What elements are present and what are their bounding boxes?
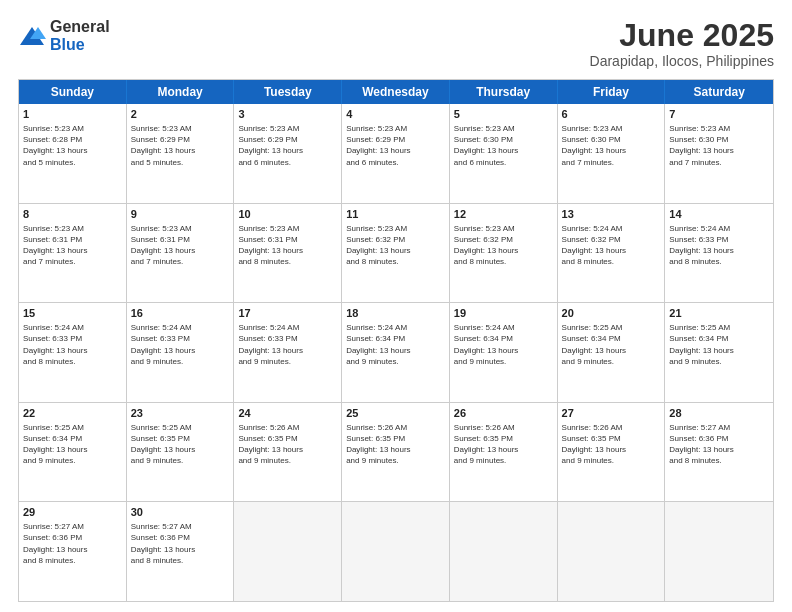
logo-general: General [50, 18, 110, 35]
day-info: Sunrise: 5:27 AM Sunset: 6:36 PM Dayligh… [131, 521, 230, 566]
day-number: 19 [454, 306, 553, 321]
day-info: Sunrise: 5:23 AM Sunset: 6:32 PM Dayligh… [346, 223, 445, 268]
header-friday: Friday [558, 80, 666, 104]
table-row: 7Sunrise: 5:23 AM Sunset: 6:30 PM Daylig… [665, 104, 773, 203]
day-number: 16 [131, 306, 230, 321]
day-number: 5 [454, 107, 553, 122]
table-row: 28Sunrise: 5:27 AM Sunset: 6:36 PM Dayli… [665, 403, 773, 502]
day-info: Sunrise: 5:27 AM Sunset: 6:36 PM Dayligh… [669, 422, 769, 467]
day-info: Sunrise: 5:23 AM Sunset: 6:30 PM Dayligh… [669, 123, 769, 168]
day-info: Sunrise: 5:24 AM Sunset: 6:33 PM Dayligh… [23, 322, 122, 367]
table-row: 30Sunrise: 5:27 AM Sunset: 6:36 PM Dayli… [127, 502, 235, 601]
table-row [342, 502, 450, 601]
day-info: Sunrise: 5:25 AM Sunset: 6:34 PM Dayligh… [23, 422, 122, 467]
day-number: 4 [346, 107, 445, 122]
table-row: 8Sunrise: 5:23 AM Sunset: 6:31 PM Daylig… [19, 204, 127, 303]
table-row: 22Sunrise: 5:25 AM Sunset: 6:34 PM Dayli… [19, 403, 127, 502]
day-number: 17 [238, 306, 337, 321]
day-info: Sunrise: 5:25 AM Sunset: 6:35 PM Dayligh… [131, 422, 230, 467]
table-row: 20Sunrise: 5:25 AM Sunset: 6:34 PM Dayli… [558, 303, 666, 402]
table-row: 26Sunrise: 5:26 AM Sunset: 6:35 PM Dayli… [450, 403, 558, 502]
table-row: 27Sunrise: 5:26 AM Sunset: 6:35 PM Dayli… [558, 403, 666, 502]
table-row: 25Sunrise: 5:26 AM Sunset: 6:35 PM Dayli… [342, 403, 450, 502]
day-info: Sunrise: 5:23 AM Sunset: 6:29 PM Dayligh… [346, 123, 445, 168]
day-info: Sunrise: 5:24 AM Sunset: 6:34 PM Dayligh… [346, 322, 445, 367]
day-number: 11 [346, 207, 445, 222]
table-row: 21Sunrise: 5:25 AM Sunset: 6:34 PM Dayli… [665, 303, 773, 402]
header-saturday: Saturday [665, 80, 773, 104]
calendar-row: 29Sunrise: 5:27 AM Sunset: 6:36 PM Dayli… [19, 502, 773, 601]
day-number: 13 [562, 207, 661, 222]
table-row: 18Sunrise: 5:24 AM Sunset: 6:34 PM Dayli… [342, 303, 450, 402]
day-number: 21 [669, 306, 769, 321]
day-number: 14 [669, 207, 769, 222]
calendar-row: 1Sunrise: 5:23 AM Sunset: 6:28 PM Daylig… [19, 104, 773, 204]
day-number: 24 [238, 406, 337, 421]
table-row: 11Sunrise: 5:23 AM Sunset: 6:32 PM Dayli… [342, 204, 450, 303]
table-row: 17Sunrise: 5:24 AM Sunset: 6:33 PM Dayli… [234, 303, 342, 402]
day-number: 23 [131, 406, 230, 421]
header-sunday: Sunday [19, 80, 127, 104]
calendar-header: Sunday Monday Tuesday Wednesday Thursday… [19, 80, 773, 104]
day-number: 10 [238, 207, 337, 222]
table-row: 5Sunrise: 5:23 AM Sunset: 6:30 PM Daylig… [450, 104, 558, 203]
day-info: Sunrise: 5:23 AM Sunset: 6:31 PM Dayligh… [238, 223, 337, 268]
header-tuesday: Tuesday [234, 80, 342, 104]
day-number: 29 [23, 505, 122, 520]
day-info: Sunrise: 5:24 AM Sunset: 6:33 PM Dayligh… [131, 322, 230, 367]
calendar: Sunday Monday Tuesday Wednesday Thursday… [18, 79, 774, 602]
table-row: 12Sunrise: 5:23 AM Sunset: 6:32 PM Dayli… [450, 204, 558, 303]
title-block: June 2025 Darapidap, Ilocos, Philippines [590, 18, 774, 69]
day-info: Sunrise: 5:24 AM Sunset: 6:34 PM Dayligh… [454, 322, 553, 367]
day-number: 26 [454, 406, 553, 421]
table-row: 23Sunrise: 5:25 AM Sunset: 6:35 PM Dayli… [127, 403, 235, 502]
day-number: 9 [131, 207, 230, 222]
header: General Blue June 2025 Darapidap, Ilocos… [18, 18, 774, 69]
table-row [234, 502, 342, 601]
table-row: 19Sunrise: 5:24 AM Sunset: 6:34 PM Dayli… [450, 303, 558, 402]
calendar-body: 1Sunrise: 5:23 AM Sunset: 6:28 PM Daylig… [19, 104, 773, 601]
table-row [665, 502, 773, 601]
day-number: 2 [131, 107, 230, 122]
table-row: 29Sunrise: 5:27 AM Sunset: 6:36 PM Dayli… [19, 502, 127, 601]
table-row: 2Sunrise: 5:23 AM Sunset: 6:29 PM Daylig… [127, 104, 235, 203]
table-row: 15Sunrise: 5:24 AM Sunset: 6:33 PM Dayli… [19, 303, 127, 402]
day-info: Sunrise: 5:23 AM Sunset: 6:30 PM Dayligh… [562, 123, 661, 168]
day-info: Sunrise: 5:26 AM Sunset: 6:35 PM Dayligh… [238, 422, 337, 467]
day-number: 12 [454, 207, 553, 222]
logo-icon [18, 25, 46, 47]
day-info: Sunrise: 5:23 AM Sunset: 6:28 PM Dayligh… [23, 123, 122, 168]
header-monday: Monday [127, 80, 235, 104]
table-row: 3Sunrise: 5:23 AM Sunset: 6:29 PM Daylig… [234, 104, 342, 203]
day-number: 7 [669, 107, 769, 122]
day-info: Sunrise: 5:24 AM Sunset: 6:32 PM Dayligh… [562, 223, 661, 268]
month-title: June 2025 [590, 18, 774, 53]
day-number: 27 [562, 406, 661, 421]
day-info: Sunrise: 5:23 AM Sunset: 6:32 PM Dayligh… [454, 223, 553, 268]
table-row [558, 502, 666, 601]
day-number: 1 [23, 107, 122, 122]
table-row: 1Sunrise: 5:23 AM Sunset: 6:28 PM Daylig… [19, 104, 127, 203]
day-number: 25 [346, 406, 445, 421]
table-row: 9Sunrise: 5:23 AM Sunset: 6:31 PM Daylig… [127, 204, 235, 303]
day-info: Sunrise: 5:23 AM Sunset: 6:31 PM Dayligh… [131, 223, 230, 268]
logo-text: General Blue [50, 18, 110, 54]
day-number: 30 [131, 505, 230, 520]
header-thursday: Thursday [450, 80, 558, 104]
day-info: Sunrise: 5:23 AM Sunset: 6:31 PM Dayligh… [23, 223, 122, 268]
table-row [450, 502, 558, 601]
table-row: 6Sunrise: 5:23 AM Sunset: 6:30 PM Daylig… [558, 104, 666, 203]
table-row: 4Sunrise: 5:23 AM Sunset: 6:29 PM Daylig… [342, 104, 450, 203]
calendar-row: 8Sunrise: 5:23 AM Sunset: 6:31 PM Daylig… [19, 204, 773, 304]
day-info: Sunrise: 5:27 AM Sunset: 6:36 PM Dayligh… [23, 521, 122, 566]
day-info: Sunrise: 5:23 AM Sunset: 6:29 PM Dayligh… [131, 123, 230, 168]
logo-blue: Blue [50, 36, 85, 53]
table-row: 16Sunrise: 5:24 AM Sunset: 6:33 PM Dayli… [127, 303, 235, 402]
day-info: Sunrise: 5:26 AM Sunset: 6:35 PM Dayligh… [454, 422, 553, 467]
day-info: Sunrise: 5:26 AM Sunset: 6:35 PM Dayligh… [346, 422, 445, 467]
day-info: Sunrise: 5:24 AM Sunset: 6:33 PM Dayligh… [669, 223, 769, 268]
day-number: 20 [562, 306, 661, 321]
day-info: Sunrise: 5:23 AM Sunset: 6:30 PM Dayligh… [454, 123, 553, 168]
day-info: Sunrise: 5:25 AM Sunset: 6:34 PM Dayligh… [669, 322, 769, 367]
calendar-row: 15Sunrise: 5:24 AM Sunset: 6:33 PM Dayli… [19, 303, 773, 403]
